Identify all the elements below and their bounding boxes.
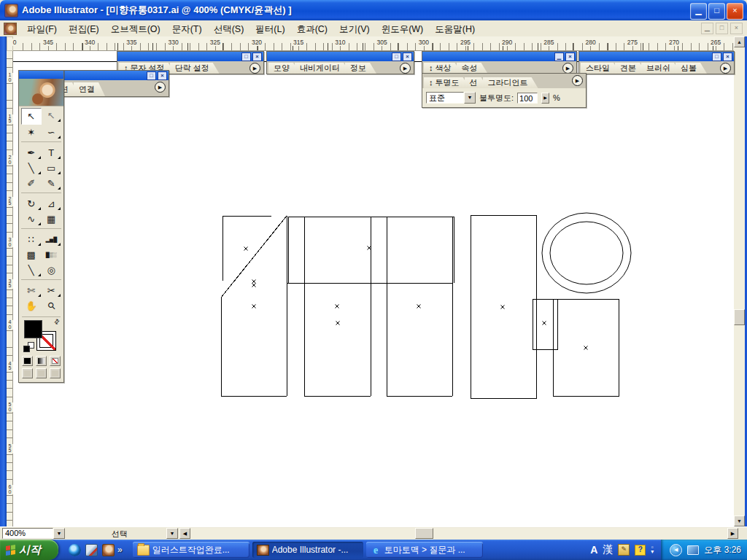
pencil-tool-icon[interactable]: ✎ (42, 176, 62, 191)
gradient-button[interactable] (36, 356, 47, 366)
shape-ellipse[interactable] (542, 213, 631, 293)
palette-titlebar[interactable]: □ × (46, 71, 169, 80)
palette-menu-button[interactable]: ▶ (249, 63, 260, 74)
graph-tool-icon[interactable]: ▂▅█ (42, 232, 62, 247)
illustrator-quick-icon[interactable] (102, 544, 115, 556)
zoom-level-combo[interactable]: 400% ▼ (2, 528, 65, 539)
center-x-anchor[interactable] (252, 280, 256, 284)
rotate-tool-icon[interactable]: ↻ (21, 196, 42, 211)
gradient-tool-icon[interactable]: █▒░ (42, 247, 62, 262)
eyedropper-tool-icon[interactable]: ╲ (21, 262, 42, 278)
toolbox-titlebar[interactable] (19, 71, 63, 79)
zoom-level-value[interactable]: 400% (2, 528, 53, 539)
palette-maximize-button[interactable]: □ (147, 71, 156, 80)
palette-menu-button[interactable]: ▶ (155, 82, 166, 93)
free-transform-tool-icon[interactable]: ▦ (42, 211, 62, 227)
help-icon[interactable]: ? (635, 545, 646, 556)
warp-tool-icon[interactable]: ∿ (21, 211, 42, 227)
horizontal-scrollbar[interactable] (190, 528, 727, 539)
palette-close-button[interactable]: × (403, 52, 412, 61)
palette-close-button[interactable]: × (565, 52, 575, 61)
palette-maximize-button[interactable]: □ (241, 52, 251, 61)
task-illustrator[interactable]: Adobe Illustrator -... (252, 542, 363, 558)
center-x-anchor[interactable] (252, 284, 256, 287)
chevron-icon[interactable]: » (117, 545, 123, 555)
palette-menu-button[interactable]: ▶ (562, 63, 573, 74)
scroll-up-button[interactable]: ▲ (734, 36, 745, 47)
tab-paragraph[interactable]: 단락 설정 (170, 63, 220, 74)
center-x-anchor[interactable] (244, 247, 248, 251)
opacity-input[interactable]: 100 (517, 93, 538, 104)
line-tool-icon[interactable]: ╲ (21, 160, 42, 176)
status-dropdown-icon[interactable]: ▼ (166, 528, 178, 539)
tab-info[interactable]: 정보 (345, 63, 376, 74)
center-x-anchor[interactable] (417, 305, 421, 308)
type-tool-icon[interactable]: T (42, 145, 62, 160)
mesh-tool-icon[interactable]: ▩ (21, 247, 42, 262)
palette-menu-button[interactable]: ▶ (572, 75, 583, 86)
tab-gradient[interactable]: 그라디언트 (483, 77, 538, 88)
shape-ellipse[interactable] (550, 222, 623, 284)
center-x-anchor[interactable] (543, 322, 546, 325)
vertical-scroll-thumb[interactable] (734, 309, 745, 325)
scroll-left-button[interactable]: ◀ (179, 528, 190, 539)
task-browser[interactable]: e토마토맥 > 질문과 ... (366, 542, 483, 558)
tab-brushes[interactable]: 브러쉬 (641, 63, 681, 74)
lasso-tool-icon[interactable]: ∽ (42, 125, 62, 140)
hide-icons-chevron-icon[interactable]: ◀ (670, 544, 682, 556)
direct-selection-tool-icon[interactable]: ↖ (42, 108, 62, 123)
horizontal-scroll-thumb[interactable] (415, 528, 433, 539)
magic-wand-tool-icon[interactable]: ✶ (21, 125, 42, 140)
fill-swatch[interactable] (24, 320, 42, 338)
ime-hanja-indicator[interactable]: 漢 (603, 543, 613, 556)
center-x-anchor[interactable] (501, 306, 505, 309)
slice-tool-icon[interactable]: ✄ (21, 283, 42, 298)
palette-minimize-button[interactable]: ▁ (554, 52, 564, 61)
pen-tool-icon[interactable]: ✒ (21, 145, 42, 160)
tab-attributes[interactable]: 속성 (457, 63, 488, 74)
fullscreen-menu-mode-button[interactable] (36, 368, 47, 378)
palette-maximize-button[interactable]: □ (712, 52, 721, 61)
opacity-spinner-icon[interactable]: ▶ (541, 93, 549, 104)
tab-navigator[interactable]: 내비게이터 (295, 63, 350, 74)
palette-titlebar[interactable]: □ × (579, 52, 734, 61)
blend-mode-select[interactable]: 표준 ▼ (426, 92, 476, 104)
palette-titlebar[interactable]: ▁ × (422, 52, 576, 61)
scale-tool-icon[interactable]: ⊿ (42, 196, 62, 211)
paintbrush-tool-icon[interactable]: ✐ (21, 176, 42, 191)
center-x-anchor[interactable] (336, 305, 339, 308)
blend-mode-dropdown-icon[interactable]: ▼ (464, 92, 476, 104)
default-fill-swatch[interactable] (23, 346, 30, 352)
tab-symbols[interactable]: 심볼 (676, 63, 707, 74)
rectangle-tool-icon[interactable]: ▭ (42, 160, 62, 176)
center-x-anchor[interactable] (336, 322, 340, 325)
center-x-anchor[interactable] (584, 346, 588, 350)
language-options-icon[interactable]: ▫▾ (651, 545, 654, 554)
palette-close-button[interactable]: × (158, 71, 167, 80)
tab-links[interactable]: 연결 (74, 82, 105, 96)
color-button[interactable] (22, 356, 33, 366)
hand-tool-icon[interactable]: ✋ (21, 298, 42, 314)
center-x-anchor[interactable] (252, 305, 256, 308)
start-button[interactable]: 시작 (0, 540, 58, 560)
tab-color[interactable]: ↕ 색상 (424, 63, 462, 74)
display-icon[interactable] (687, 545, 699, 555)
ime-english-indicator[interactable]: A (590, 544, 597, 556)
vertical-scrollbar[interactable]: ▲ ▼ (734, 36, 745, 526)
palette-menu-button[interactable]: ▶ (720, 63, 731, 74)
tab-transparency[interactable]: ↕ 투명도 (424, 77, 470, 88)
palette-titlebar[interactable]: □ × (267, 52, 414, 61)
palette-close-button[interactable]: × (723, 52, 732, 61)
palette-titlebar[interactable]: □ × (117, 52, 263, 61)
tab-styles[interactable]: 스타일 (581, 63, 620, 74)
palette-maximize-button[interactable]: □ (392, 52, 401, 61)
scroll-right-button[interactable]: ▶ (727, 528, 738, 539)
selection-tool-icon[interactable]: ↖ (21, 108, 42, 125)
blend-tool-icon[interactable]: ◎ (42, 262, 62, 278)
internet-icon[interactable] (69, 544, 81, 556)
palette-menu-button[interactable]: ▶ (400, 63, 411, 74)
standard-screen-mode-button[interactable] (22, 368, 33, 378)
blend-mode-value[interactable]: 표준 (426, 92, 464, 104)
none-button[interactable] (50, 356, 61, 366)
palette-close-button[interactable]: × (252, 52, 262, 61)
